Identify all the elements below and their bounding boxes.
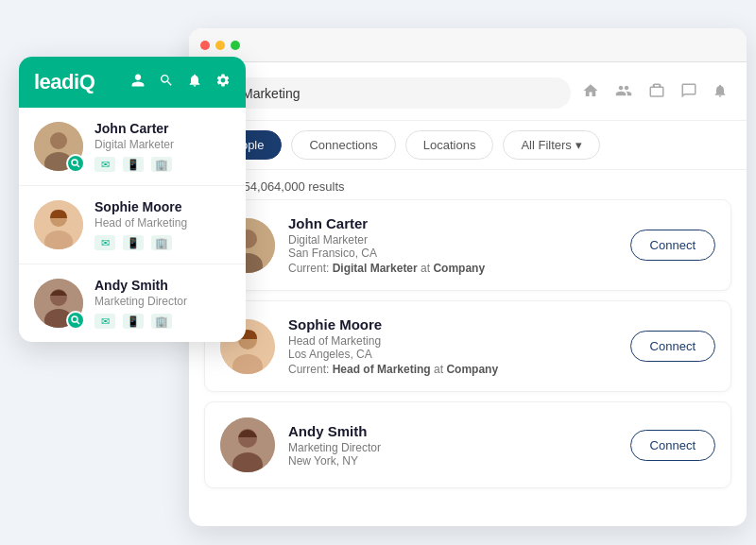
person-actions: ✉ 📱 🏢 xyxy=(94,314,231,329)
person-actions: ✉ 📱 🏢 xyxy=(94,235,231,250)
company-icon[interactable]: 🏢 xyxy=(151,314,172,329)
connect-button[interactable]: Connect xyxy=(630,430,715,461)
avatar xyxy=(34,200,83,249)
avatar xyxy=(34,122,83,171)
person-title: Digital Marketer xyxy=(94,138,231,151)
person-icon[interactable] xyxy=(130,73,146,92)
header-icons xyxy=(130,73,231,92)
search-input-wrap xyxy=(208,77,571,109)
phone-icon[interactable]: 📱 xyxy=(123,235,144,250)
scene: leadiQ xyxy=(0,0,756,545)
svg-point-1 xyxy=(50,132,67,149)
svg-line-12 xyxy=(77,322,80,325)
gear-icon[interactable] xyxy=(215,73,231,92)
result-card: John Carter Digital Marketer San Fransic… xyxy=(204,199,731,291)
home-icon[interactable] xyxy=(582,82,599,104)
badge-search xyxy=(66,154,85,173)
result-current: Current: Digital Marketer at Company xyxy=(288,262,617,275)
browser-maximize-dot xyxy=(231,41,240,50)
result-card: Sophie Moore Head of Marketing Los Angel… xyxy=(204,300,731,392)
result-name: Sophie Moore xyxy=(288,316,617,332)
email-icon[interactable]: ✉ xyxy=(94,314,115,329)
person-title: Marketing Director xyxy=(94,295,231,308)
result-avatar xyxy=(220,417,275,472)
topbar-nav-icons xyxy=(582,82,728,104)
left-card: leadiQ xyxy=(19,57,246,342)
svg-point-11 xyxy=(72,316,77,322)
result-current: Current: Head of Marketing at Company xyxy=(288,363,617,376)
connect-button[interactable]: Connect xyxy=(630,331,715,362)
result-info: John Carter Digital Marketer San Fransic… xyxy=(288,215,617,275)
svg-line-4 xyxy=(77,165,80,168)
phone-icon[interactable]: 📱 xyxy=(123,314,144,329)
browser-minimize-dot xyxy=(215,41,225,50)
person-info: Sophie Moore Head of Marketing ✉ 📱 🏢 xyxy=(94,199,231,250)
browser-topbar xyxy=(189,28,747,62)
result-name: Andy Smith xyxy=(288,423,617,439)
results-list: John Carter Digital Marketer San Fransic… xyxy=(189,199,747,526)
list-item: Andy Smith Marketing Director ✉ 📱 🏢 xyxy=(19,264,246,342)
bell-icon[interactable] xyxy=(187,73,202,92)
bell-icon[interactable] xyxy=(713,82,728,104)
person-actions: ✉ 📱 🏢 xyxy=(94,157,231,172)
person-name: Sophie Moore xyxy=(94,199,231,214)
email-icon[interactable]: ✉ xyxy=(94,235,115,250)
connect-button[interactable]: Connect xyxy=(630,230,715,261)
person-info: John Carter Digital Marketer ✉ 📱 🏢 xyxy=(94,121,231,172)
company-icon[interactable]: 🏢 xyxy=(151,235,172,250)
result-location: Los Angeles, CA xyxy=(288,348,617,361)
company-icon[interactable]: 🏢 xyxy=(151,157,172,172)
svg-point-3 xyxy=(72,160,77,165)
search-input[interactable] xyxy=(242,86,558,101)
result-info: Sophie Moore Head of Marketing Los Angel… xyxy=(288,316,617,376)
left-card-body: John Carter Digital Marketer ✉ 📱 🏢 xyxy=(19,108,246,342)
filter-locations[interactable]: Locations xyxy=(405,130,494,160)
browser-close-dot xyxy=(200,41,210,50)
filter-row: People Connections Locations All Filters… xyxy=(189,121,747,170)
people-icon[interactable] xyxy=(614,82,633,104)
avatar-image xyxy=(34,200,83,249)
result-location: San Fransico, CA xyxy=(288,247,617,260)
person-info: Andy Smith Marketing Director ✉ 📱 🏢 xyxy=(94,278,231,329)
badge-search xyxy=(66,311,85,330)
result-title: Digital Marketer xyxy=(288,233,617,247)
chat-icon[interactable] xyxy=(680,82,697,104)
briefcase-icon[interactable] xyxy=(648,82,665,104)
result-title: Marketing Director xyxy=(288,441,617,454)
result-location: New York, NY xyxy=(288,454,617,468)
chevron-down-icon: ▾ xyxy=(576,138,582,152)
search-icon[interactable] xyxy=(159,73,174,92)
left-card-header: leadiQ xyxy=(19,57,246,108)
result-title: Head of Marketing xyxy=(288,334,617,348)
person-name: John Carter xyxy=(94,121,231,136)
result-card: Andy Smith Marketing Director New York, … xyxy=(204,401,731,488)
filter-connections[interactable]: Connections xyxy=(291,130,395,160)
person-title: Head of Marketing xyxy=(94,216,231,230)
result-name: John Carter xyxy=(288,215,617,231)
search-bar-row xyxy=(189,62,747,121)
phone-icon[interactable]: 📱 xyxy=(123,157,144,172)
person-name: Andy Smith xyxy=(94,278,231,293)
email-icon[interactable]: ✉ xyxy=(94,157,115,172)
logo: leadiQ xyxy=(34,70,94,94)
list-item: Sophie Moore Head of Marketing ✉ 📱 🏢 xyxy=(19,186,246,264)
list-item: John Carter Digital Marketer ✉ 📱 🏢 xyxy=(19,108,246,186)
results-count: About 54,064,000 results xyxy=(189,170,747,199)
right-card: People Connections Locations All Filters… xyxy=(189,28,747,526)
avatar xyxy=(34,279,83,328)
result-info: Andy Smith Marketing Director New York, … xyxy=(288,423,617,468)
browser-content: People Connections Locations All Filters… xyxy=(189,62,747,526)
filter-all[interactable]: All Filters ▾ xyxy=(503,130,599,160)
